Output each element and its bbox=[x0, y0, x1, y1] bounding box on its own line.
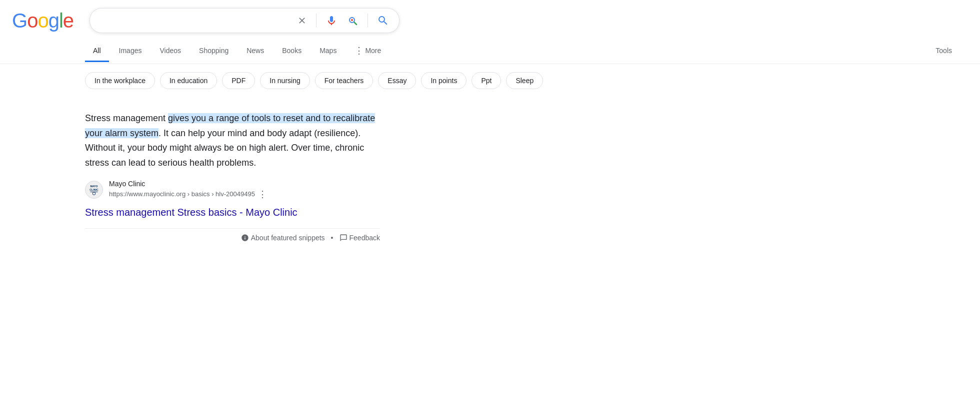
header: Google importance of stress management bbox=[0, 0, 980, 33]
source-favicon: MAYO CLINIC bbox=[85, 181, 103, 199]
svg-line-1 bbox=[354, 22, 356, 25]
about-snippets-label: About featured snippets bbox=[251, 234, 325, 242]
tab-shopping[interactable]: Shopping bbox=[191, 41, 236, 62]
svg-text:MAYO: MAYO bbox=[90, 185, 98, 188]
chip-workplace[interactable]: In the workplace bbox=[85, 72, 155, 89]
source-kebab-menu[interactable]: ⋮ bbox=[258, 189, 267, 200]
voice-search-button[interactable] bbox=[324, 13, 340, 29]
snippet-text-before: Stress management bbox=[85, 113, 168, 123]
tab-images[interactable]: Images bbox=[111, 41, 150, 62]
clear-button[interactable] bbox=[295, 14, 309, 28]
search-bar-icons bbox=[295, 13, 391, 29]
svg-point-2 bbox=[351, 19, 353, 21]
source-info: MAYO CLINIC Mayo Clinic https://www.mayo… bbox=[85, 180, 380, 200]
featured-snippet: Stress management gives you a range of t… bbox=[85, 101, 380, 257]
search-submit-button[interactable] bbox=[375, 13, 391, 29]
chip-education[interactable]: In education bbox=[160, 72, 217, 89]
nav-tabs: All Images Videos Shopping News Books Ma… bbox=[0, 36, 980, 64]
tab-all[interactable]: All bbox=[85, 41, 109, 62]
snippet-text: Stress management gives you a range of t… bbox=[85, 111, 380, 171]
search-bar[interactable]: importance of stress management bbox=[90, 8, 400, 33]
chip-teachers[interactable]: For teachers bbox=[315, 72, 374, 89]
chip-pdf[interactable]: PDF bbox=[222, 72, 255, 89]
tab-more[interactable]: ⋮ More bbox=[346, 39, 389, 64]
tab-books[interactable]: Books bbox=[274, 41, 310, 62]
chip-sleep[interactable]: Sleep bbox=[506, 72, 543, 89]
search-divider-2 bbox=[368, 14, 368, 28]
chips-row: In the workplace In education PDF In nur… bbox=[0, 64, 980, 97]
chip-nursing[interactable]: In nursing bbox=[260, 72, 310, 89]
search-input[interactable]: importance of stress management bbox=[98, 16, 291, 26]
source-details: Mayo Clinic https://www.mayoclinic.org ›… bbox=[109, 180, 267, 200]
svg-text:CLINIC: CLINIC bbox=[90, 188, 98, 191]
tab-videos[interactable]: Videos bbox=[152, 41, 189, 62]
tab-tools[interactable]: Tools bbox=[928, 41, 960, 62]
chip-essay[interactable]: Essay bbox=[378, 72, 416, 89]
lens-search-button[interactable] bbox=[344, 13, 360, 29]
source-url: https://www.mayoclinic.org › basics › hl… bbox=[109, 189, 267, 200]
chip-points[interactable]: In points bbox=[421, 72, 466, 89]
about-snippets-link[interactable]: About featured snippets bbox=[241, 234, 325, 242]
feedback-label: Feedback bbox=[350, 234, 380, 242]
snippet-footer: About featured snippets • Feedback bbox=[85, 229, 380, 247]
footer-separator: • bbox=[331, 234, 334, 242]
result-link[interactable]: Stress management Stress basics - Mayo C… bbox=[85, 207, 380, 218]
google-logo: Google bbox=[12, 10, 74, 32]
search-divider bbox=[316, 14, 316, 28]
chip-ppt[interactable]: Ppt bbox=[472, 72, 501, 89]
main-content: Stress management gives you a range of t… bbox=[0, 97, 380, 257]
tab-news[interactable]: News bbox=[238, 41, 272, 62]
tab-maps[interactable]: Maps bbox=[312, 41, 344, 62]
source-name: Mayo Clinic bbox=[109, 180, 267, 188]
feedback-link[interactable]: Feedback bbox=[340, 234, 380, 242]
